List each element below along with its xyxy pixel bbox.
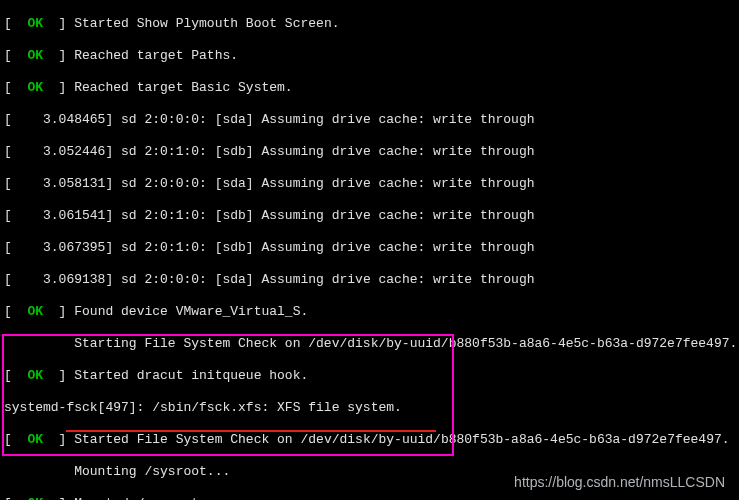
kernel-line: [ 3.052446] sd 2:0:1:0: [sdb] Assuming d… bbox=[4, 144, 735, 160]
boot-line: [ OK ] Started File System Check on /dev… bbox=[4, 432, 735, 448]
boot-line: [ OK ] Reached target Basic System. bbox=[4, 80, 735, 96]
kernel-line: [ 3.061541] sd 2:0:1:0: [sdb] Assuming d… bbox=[4, 208, 735, 224]
boot-line: [ OK ] Reached target Paths. bbox=[4, 48, 735, 64]
terminal-output[interactable]: [ OK ] Started Show Plymouth Boot Screen… bbox=[0, 0, 739, 500]
boot-line: [ OK ] Started dracut initqueue hook. bbox=[4, 368, 735, 384]
kernel-line: [ 3.067395] sd 2:0:1:0: [sdb] Assuming d… bbox=[4, 240, 735, 256]
boot-line: [ OK ] Found device VMware_Virtual_S. bbox=[4, 304, 735, 320]
fsck-line: systemd-fsck[497]: /sbin/fsck.xfs: XFS f… bbox=[4, 400, 735, 416]
kernel-line: [ 3.048465] sd 2:0:0:0: [sda] Assuming d… bbox=[4, 112, 735, 128]
kernel-line: [ 3.069138] sd 2:0:0:0: [sda] Assuming d… bbox=[4, 272, 735, 288]
kernel-line: [ 3.058131] sd 2:0:0:0: [sda] Assuming d… bbox=[4, 176, 735, 192]
boot-line: [ OK ] Mounted /sysroot. bbox=[4, 496, 735, 500]
boot-line: [ OK ] Started Show Plymouth Boot Screen… bbox=[4, 16, 735, 32]
boot-line: Starting File System Check on /dev/disk/… bbox=[4, 336, 735, 352]
watermark: https://blog.csdn.net/nmsLLCSDN bbox=[514, 474, 725, 490]
